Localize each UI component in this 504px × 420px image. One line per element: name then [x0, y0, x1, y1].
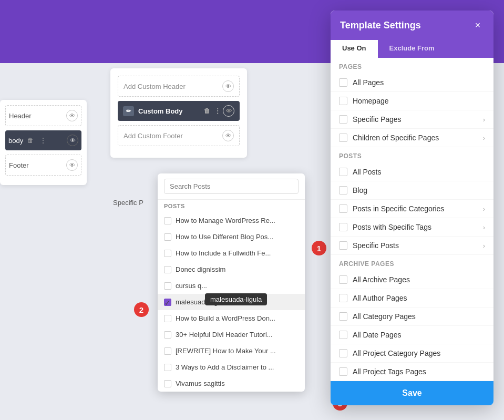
option-checkbox	[339, 241, 347, 250]
option-left: All Pages	[339, 78, 384, 87]
post-item[interactable]: [REWRITE] How to Make Your ...	[158, 343, 305, 359]
option-row[interactable]: All Archive Pages	[331, 271, 493, 289]
post-item[interactable]: Vivamus sagittis	[158, 375, 305, 392]
option-left: All Project Tags Pages	[339, 367, 426, 376]
option-row[interactable]: Posts with Specific Tags›	[331, 218, 493, 237]
option-label: All Pages	[353, 78, 384, 87]
post-item[interactable]: cursus q...	[158, 278, 305, 294]
search-input[interactable]	[164, 179, 299, 194]
chevron-right-icon: ›	[483, 205, 485, 213]
header-row: Header 👁	[5, 105, 81, 126]
option-label: All Project Tags Pages	[353, 367, 426, 376]
modal-tab-use-on[interactable]: Use On	[331, 40, 378, 58]
section-header-archive-pages: Archive Pages	[331, 255, 493, 271]
post-checkbox	[164, 250, 171, 257]
option-left: Homepage	[339, 97, 389, 105]
option-checkbox	[339, 134, 347, 142]
more-icon[interactable]: ⋮	[38, 135, 48, 146]
option-row[interactable]: All Author Pages	[331, 289, 493, 308]
option-label: All Category Pages	[353, 312, 416, 321]
post-item[interactable]: Donec dignissim	[158, 261, 305, 278]
custom-body-trash-icon[interactable]: 🗑	[202, 106, 212, 116]
option-row[interactable]: All Date Pages	[331, 326, 493, 344]
option-row[interactable]: All Category Pages	[331, 308, 493, 326]
save-label: Save	[402, 388, 421, 398]
post-item[interactable]: How to Include a Fullwidth Fe...	[158, 245, 305, 261]
option-checkbox	[339, 97, 347, 105]
post-item[interactable]: 3 Ways to Add a Disclaimer to ...	[158, 359, 305, 375]
option-row[interactable]: All Posts	[331, 163, 493, 181]
header-eye-icon[interactable]: 👁	[66, 110, 78, 121]
add-header-eye-icon[interactable]: 👁	[222, 80, 234, 92]
post-item-label: How to Use Different Blog Pos...	[176, 233, 273, 241]
posts-dropdown: Posts How to Manage WordPress Re...How t…	[158, 173, 305, 392]
option-row[interactable]: All Pages	[331, 74, 493, 92]
add-header-label: Add Custom Header	[124, 83, 186, 90]
chevron-right-icon: ›	[483, 242, 485, 250]
option-label: Posts with Specific Tags	[353, 223, 431, 231]
add-header-row[interactable]: Add Custom Header 👁	[118, 76, 240, 97]
chevron-right-icon: ›	[483, 116, 485, 124]
option-row[interactable]: Posts in Specific Categories›	[331, 200, 493, 218]
post-item[interactable]: How to Use Different Blog Pos...	[158, 229, 305, 245]
second-card: Add Custom Header 👁 ✏ Custom Body 🗑 ⋮ 👁 …	[110, 68, 247, 158]
option-label: Children of Specific Pages	[353, 134, 439, 142]
option-row[interactable]: Homepage	[331, 92, 493, 110]
post-item-label: Vivamus sagittis	[176, 380, 225, 387]
option-checkbox	[339, 349, 347, 357]
option-left: All Project Category Pages	[339, 349, 440, 357]
post-item-label: [REWRITE] How to Make Your ...	[176, 347, 276, 355]
section-header-posts: Posts	[331, 147, 493, 163]
custom-body-eye-icon[interactable]: 👁	[223, 105, 234, 117]
option-row[interactable]: Blog	[331, 181, 493, 200]
footer-row: Footer 👁	[5, 155, 81, 176]
option-row[interactable]: All Project Tags Pages	[331, 363, 493, 381]
badge-1: 1	[312, 241, 326, 255]
post-item[interactable]: 30+ Helpful Divi Header Tutori...	[158, 326, 305, 343]
post-item-label: How to Manage WordPress Re...	[176, 217, 275, 224]
custom-body-label: Custom Body	[138, 107, 202, 115]
modal-close-button[interactable]: ×	[471, 19, 484, 32]
trash-icon[interactable]: 🗑	[25, 135, 36, 146]
post-item-label: cursus q...	[176, 282, 207, 290]
header-label: Header	[9, 112, 32, 120]
post-checkbox	[164, 331, 171, 339]
post-item-label: How to Build a WordPress Don...	[176, 314, 275, 322]
option-label: All Posts	[353, 168, 381, 176]
option-row[interactable]: All Project Category Pages	[331, 344, 493, 363]
option-left: All Author Pages	[339, 294, 407, 302]
pencil-btn[interactable]: ✏	[123, 106, 134, 116]
option-label: Posts in Specific Categories	[353, 204, 444, 213]
save-button[interactable]: Save	[331, 381, 493, 405]
post-checkbox	[164, 266, 171, 273]
option-left: Children of Specific Pages	[339, 134, 439, 142]
option-checkbox	[339, 294, 347, 302]
footer-label: Footer	[9, 161, 29, 169]
body-eye-icon[interactable]: 👁	[67, 135, 78, 146]
add-footer-row[interactable]: Add Custom Footer 👁	[118, 125, 240, 146]
option-checkbox	[339, 367, 347, 376]
option-row[interactable]: Specific Posts›	[331, 237, 493, 255]
option-row[interactable]: Children of Specific Pages›	[331, 129, 493, 147]
option-checkbox	[339, 275, 347, 284]
post-item[interactable]: How to Build a WordPress Don...	[158, 310, 305, 326]
custom-body-row: ✏ Custom Body 🗑 ⋮ 👁	[118, 101, 240, 121]
custom-body-more-icon[interactable]: ⋮	[212, 106, 223, 116]
option-label: Specific Pages	[353, 115, 402, 124]
post-checkbox: ✓	[164, 299, 171, 306]
search-area	[158, 173, 305, 200]
option-label: All Project Category Pages	[353, 349, 440, 357]
option-checkbox	[339, 168, 347, 176]
template-settings-modal: Template Settings × Use OnExclude From P…	[331, 11, 493, 405]
footer-eye-icon[interactable]: 👁	[66, 159, 78, 171]
body-label: body	[8, 137, 23, 145]
post-item[interactable]: How to Manage WordPress Re...	[158, 212, 305, 229]
add-footer-eye-icon[interactable]: 👁	[222, 130, 234, 141]
body-row: body 🗑 ⋮ 👁	[5, 130, 81, 150]
option-row[interactable]: Specific Pages›	[331, 110, 493, 129]
option-label: All Author Pages	[353, 294, 407, 302]
modal-tab-exclude-from[interactable]: Exclude From	[378, 40, 446, 58]
post-checkbox	[164, 315, 171, 322]
option-checkbox	[339, 223, 347, 231]
post-checkbox	[164, 233, 171, 241]
